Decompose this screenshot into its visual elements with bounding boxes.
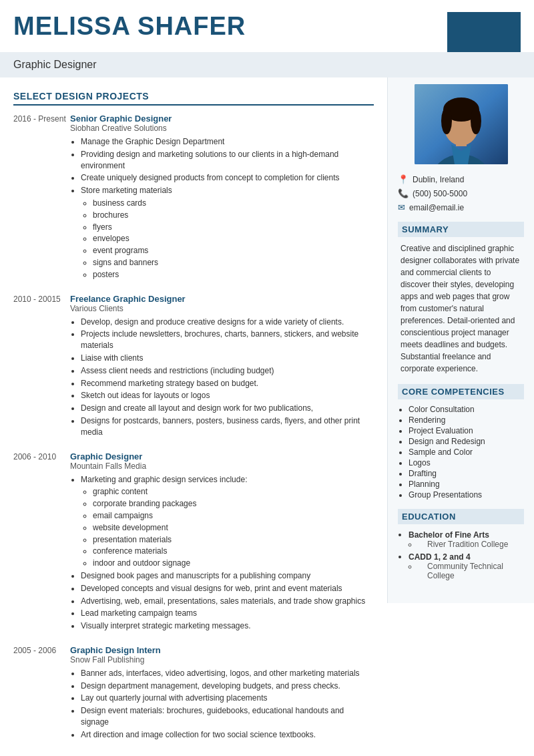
list-item: posters xyxy=(93,269,374,280)
list-item: Develop, design and produce creative des… xyxy=(81,317,374,328)
list-item: Group Presentations xyxy=(409,490,524,500)
job-title: Graphic Designer xyxy=(70,451,374,461)
job-bullets-list: Manage the Graphic Design Department Pro… xyxy=(70,136,374,280)
job-company: Snow Fall Publishing xyxy=(70,655,374,665)
svg-point-5 xyxy=(441,108,452,134)
summary-section: SUMMARY Creative and disciplined graphic… xyxy=(398,222,524,375)
job-company: Various Clients xyxy=(70,304,374,313)
list-item: brochures xyxy=(93,210,374,221)
degree-name: Bachelor of Fine Arts xyxy=(409,530,489,540)
location-text: Dublin, Ireland xyxy=(413,175,464,184)
location-icon: 📍 xyxy=(398,174,409,184)
job-title: Freelance Graphic Designer xyxy=(70,294,374,304)
job-title-label: Graphic Designer xyxy=(13,59,97,70)
list-item: Providing design and marketing solutions… xyxy=(81,149,374,172)
header: MELISSA SHAFER xyxy=(0,0,534,52)
experience-section-title: SELECT DESIGN PROJECTS xyxy=(13,91,374,106)
education-entry: CADD 1, 2 and 4 Community Technical Coll… xyxy=(409,552,524,580)
list-item: Create uniquely designed products from c… xyxy=(81,172,374,184)
job-bullets-list: Banner ads, interfaces, video advertisin… xyxy=(70,668,374,741)
sub-bullets-list: business cards brochures flyers envelope… xyxy=(81,198,374,280)
profile-photo xyxy=(415,84,508,164)
job-entry: 2016 - Present Senior Graphic Designer S… xyxy=(13,114,374,282)
list-item: Planning xyxy=(409,480,524,489)
list-item: Drafting xyxy=(409,469,524,478)
education-entry: Bachelor of Fine Arts River Tradition Co… xyxy=(409,530,524,549)
list-item: event programs xyxy=(93,245,374,256)
list-item: indoor and outdoor signage xyxy=(93,558,374,569)
svg-point-6 xyxy=(471,108,481,134)
list-item: Store marketing materials business cards… xyxy=(81,185,374,280)
email-icon: ✉ xyxy=(398,202,405,212)
education-section: EDUCATION Bachelor of Fine Arts River Tr… xyxy=(398,509,524,580)
list-item: Color Consultation xyxy=(409,405,524,414)
list-item: Liaise with clients xyxy=(81,353,374,364)
contact-section: 📍 Dublin, Ireland 📞 (500) 500-5000 ✉ ema… xyxy=(398,174,524,212)
list-item: envelopes xyxy=(93,233,374,244)
list-item: Rendering xyxy=(409,415,524,425)
applicant-name: MELISSA SHAFER xyxy=(13,12,434,41)
list-item: Sample and Color xyxy=(409,447,524,457)
list-item: Manage the Graphic Design Department xyxy=(81,136,374,148)
list-item: Logos xyxy=(409,458,524,467)
job-entry: 2005 - 2006 Graphic Design Intern Snow F… xyxy=(13,645,374,742)
job-bullets-list: Develop, design and produce creative des… xyxy=(70,317,374,438)
job-company: Siobhan Creative Solutions xyxy=(70,124,374,133)
location-contact: 📍 Dublin, Ireland xyxy=(398,174,524,184)
job-entry: 2010 - 20015 Freelance Graphic Designer … xyxy=(13,294,374,439)
list-item: Visually interpret strategic marketing m… xyxy=(81,620,374,632)
list-item: presentation materials xyxy=(93,534,374,546)
job-dates: 2016 - Present xyxy=(13,114,70,282)
list-item: Projects include newsletters, brochures,… xyxy=(81,329,374,351)
list-item: Assess client needs and restrictions (in… xyxy=(81,365,374,377)
job-content: Freelance Graphic Designer Various Clien… xyxy=(70,294,374,439)
left-column: SELECT DESIGN PROJECTS 2016 - Present Se… xyxy=(0,77,387,756)
list-item: Banner ads, interfaces, video advertisin… xyxy=(81,668,374,679)
email-contact: ✉ email@email.ie xyxy=(398,202,524,212)
job-title: Graphic Design Intern xyxy=(70,645,374,655)
list-item: signs and banners xyxy=(93,257,374,268)
list-item: flyers xyxy=(93,222,374,233)
profile-photo-container xyxy=(398,84,524,164)
job-title: Senior Graphic Designer xyxy=(70,114,374,124)
job-entry: 2006 - 2010 Graphic Designer Mountain Fa… xyxy=(13,451,374,633)
list-item: email campaigns xyxy=(93,510,374,522)
main-layout: SELECT DESIGN PROJECTS 2016 - Present Se… xyxy=(0,77,534,756)
list-item: Lead marketing campaign teams xyxy=(81,608,374,619)
list-item: River Tradition College xyxy=(418,540,524,549)
education-list: Bachelor of Fine Arts River Tradition Co… xyxy=(398,530,524,580)
list-item: Designed book pages and manuscripts for … xyxy=(81,570,374,582)
list-item: Marketing and graphic design services in… xyxy=(81,474,374,569)
experience-section: SELECT DESIGN PROJECTS 2016 - Present Se… xyxy=(13,91,374,742)
job-content: Senior Graphic Designer Siobhan Creative… xyxy=(70,114,374,282)
list-item: Design and Redesign xyxy=(409,437,524,446)
list-item: Designs for postcards, banners, posters,… xyxy=(81,415,374,438)
edu-sub-list: Community Technical College xyxy=(409,562,524,580)
job-dates: 2006 - 2010 xyxy=(13,451,70,633)
list-item: business cards xyxy=(93,198,374,209)
sub-bullets-list: graphic content corporate branding packa… xyxy=(81,486,374,569)
job-content: Graphic Design Intern Snow Fall Publishi… xyxy=(70,645,374,742)
list-item: Advertising, web, email, presentations, … xyxy=(81,596,374,607)
competencies-list: Color Consultation Rendering Project Eva… xyxy=(398,405,524,500)
job-bullets-list: Marketing and graphic design services in… xyxy=(70,474,374,632)
job-title-bar: Graphic Designer xyxy=(0,52,534,77)
list-item: website development xyxy=(93,522,374,534)
list-item: Design event materials: brochures, guide… xyxy=(81,705,374,728)
job-dates: 2010 - 20015 xyxy=(13,294,70,439)
list-item: conference materials xyxy=(93,546,374,557)
list-item: Art direction and image collection for t… xyxy=(81,729,374,741)
list-item: Project Evaluation xyxy=(409,426,524,435)
job-content: Graphic Designer Mountain Falls Media Ma… xyxy=(70,451,374,633)
phone-text: (500) 500-5000 xyxy=(413,189,467,198)
header-blue-block xyxy=(447,12,521,52)
phone-contact: 📞 (500) 500-5000 xyxy=(398,188,524,198)
degree-name: CADD 1, 2 and 4 xyxy=(409,552,471,562)
list-item: graphic content xyxy=(93,486,374,498)
list-item: Sketch out ideas for layouts or logos xyxy=(81,390,374,401)
list-item: Design and create all layout and design … xyxy=(81,403,374,414)
profile-svg xyxy=(415,84,508,164)
list-item: corporate branding packages xyxy=(93,498,374,510)
list-item: Design department management, developing… xyxy=(81,681,374,692)
edu-sub-list: River Tradition College xyxy=(409,540,524,549)
